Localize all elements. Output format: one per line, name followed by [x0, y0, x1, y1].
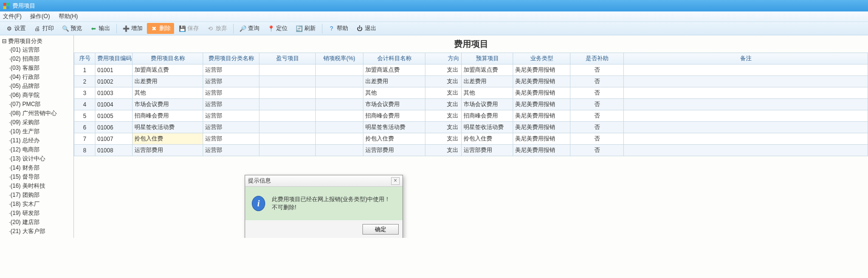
tree-item[interactable]: (15) 督导部 [9, 172, 72, 182]
cell-name[interactable]: 明星签收活动费 [133, 122, 203, 133]
cell-acct[interactable]: 明星签售活动费 [363, 122, 425, 133]
cell-aux[interactable]: 否 [570, 87, 624, 99]
cell-seq[interactable]: 8 [74, 145, 95, 156]
cell-seq[interactable]: 2 [74, 76, 95, 87]
cell-acct[interactable]: 市场会议费用 [363, 99, 425, 110]
cell-acct[interactable]: 运营部费用 [363, 145, 425, 156]
col-cat[interactable]: 费用项目分类名称 [203, 53, 259, 64]
cell-budget[interactable]: 招商峰会费用 [462, 110, 513, 122]
cell-note[interactable] [624, 87, 868, 99]
locate-button[interactable]: 📍定位 [264, 23, 291, 34]
col-acct[interactable]: 会计科目名称 [363, 53, 425, 64]
cell-pl[interactable] [259, 145, 316, 156]
cell-aux[interactable]: 否 [570, 99, 624, 110]
cell-cat[interactable]: 运营部 [203, 99, 259, 110]
cell-aux[interactable]: 否 [570, 133, 624, 145]
cell-code[interactable]: 01002 [95, 76, 133, 87]
cell-acct[interactable]: 出差费用 [363, 76, 425, 87]
cell-tax[interactable] [316, 99, 363, 110]
cell-name[interactable]: 加盟商返点费 [133, 64, 203, 76]
cell-note[interactable] [624, 64, 868, 76]
cell-pl[interactable] [259, 133, 316, 145]
cell-acct[interactable]: 拎包入住费 [363, 133, 425, 145]
cell-pl[interactable] [259, 64, 316, 76]
menu-help[interactable]: 帮助(H) [59, 12, 78, 21]
cell-dir[interactable]: 支出 [425, 110, 462, 122]
cell-cat[interactable]: 运营部 [203, 122, 259, 133]
col-biz[interactable]: 业务类型 [513, 53, 570, 64]
cell-dir[interactable]: 支出 [425, 99, 462, 110]
dialog-title-bar[interactable]: 提示信息 × [245, 175, 403, 187]
cell-code[interactable]: 01007 [95, 133, 133, 145]
menu-file[interactable]: 文件(F) [3, 12, 21, 21]
cell-name[interactable]: 其他 [133, 87, 203, 99]
save-button[interactable]: 💾保存 [175, 23, 202, 34]
cell-note[interactable] [624, 76, 868, 87]
cell-cat[interactable]: 运营部 [203, 76, 259, 87]
cell-acct[interactable]: 招商峰会费用 [363, 110, 425, 122]
cell-budget[interactable]: 拎包入住费 [462, 133, 513, 145]
cell-aux[interactable]: 否 [570, 76, 624, 87]
table-row[interactable]: 501005招商峰会费用运营部招商峰会费用支出招商峰会费用美尼美费用报销否 [74, 110, 868, 122]
delete-button[interactable]: ✖删除 [147, 23, 174, 34]
cell-cat[interactable]: 运营部 [203, 64, 259, 76]
cell-biz[interactable]: 美尼美费用报销 [513, 133, 570, 145]
cell-note[interactable] [624, 110, 868, 122]
cell-cat[interactable]: 运营部 [203, 133, 259, 145]
cell-biz[interactable]: 美尼美费用报销 [513, 145, 570, 156]
col-pl[interactable]: 盈亏项目 [259, 53, 316, 64]
cell-name[interactable]: 出差费用 [133, 76, 203, 87]
tree-item[interactable]: (16) 美时科技 [9, 182, 72, 191]
setting-button[interactable]: ⚙设置 [2, 23, 29, 34]
discard-button[interactable]: ⟲放弃 [203, 23, 230, 34]
tree-item[interactable]: (18) 实木厂 [9, 200, 72, 209]
cell-code[interactable]: 01004 [95, 99, 133, 110]
cell-note[interactable] [624, 133, 868, 145]
export-button[interactable]: ⬅输出 [86, 23, 114, 34]
tree-item[interactable]: (13) 设计中心 [9, 154, 72, 163]
cell-seq[interactable]: 7 [74, 133, 95, 145]
cell-name[interactable]: 拎包入住费 [133, 133, 203, 145]
cell-note[interactable] [624, 99, 868, 110]
cell-note[interactable] [624, 122, 868, 133]
col-budget[interactable]: 预算项目 [462, 53, 513, 64]
tree-item[interactable]: (03) 客服部 [9, 64, 72, 73]
cell-budget[interactable]: 加盟商返点费 [462, 64, 513, 76]
cell-name[interactable]: 运营部费用 [133, 145, 203, 156]
cell-acct[interactable]: 其他 [363, 87, 425, 99]
cell-tax[interactable] [316, 76, 363, 87]
cell-aux[interactable]: 否 [570, 110, 624, 122]
exit-button[interactable]: ⏻退出 [352, 23, 380, 34]
menu-operate[interactable]: 操作(O) [30, 12, 50, 21]
col-note[interactable]: 备注 [624, 53, 868, 64]
cell-biz[interactable]: 美尼美费用报销 [513, 76, 570, 87]
query-button[interactable]: 🔎查询 [236, 23, 263, 34]
col-aux[interactable]: 是否补助 [570, 53, 624, 64]
preview-button[interactable]: 🔍预览 [58, 23, 85, 34]
cell-budget[interactable]: 明星签收活动费 [462, 122, 513, 133]
cell-pl[interactable] [259, 122, 316, 133]
tree-item[interactable]: (04) 行政部 [9, 73, 72, 82]
cell-aux[interactable]: 否 [570, 122, 624, 133]
cell-aux[interactable]: 否 [570, 64, 624, 76]
cell-code[interactable]: 01001 [95, 64, 133, 76]
table-row[interactable]: 301003其他运营部其他支出其他美尼美费用报销否 [74, 87, 868, 99]
tree-item[interactable]: (06) 商学院 [9, 91, 72, 100]
cell-dir[interactable]: 支出 [425, 133, 462, 145]
help-button[interactable]: ?帮助 [324, 23, 351, 34]
cell-cat[interactable]: 运营部 [203, 87, 259, 99]
col-dir[interactable]: 方向 [425, 53, 462, 64]
col-name[interactable]: 费用项目名称 [133, 53, 203, 64]
cell-biz[interactable]: 美尼美费用报销 [513, 64, 570, 76]
cell-tax[interactable] [316, 133, 363, 145]
table-row[interactable]: 401004市场会议费用运营部市场会议费用支出市场会议费用美尼美费用报销否 [74, 99, 868, 110]
tree-item[interactable]: (10) 生产部 [9, 127, 72, 136]
tree-item[interactable]: (14) 财务部 [9, 163, 72, 172]
cell-biz[interactable]: 美尼美费用报销 [513, 87, 570, 99]
cell-pl[interactable] [259, 76, 316, 87]
cell-pl[interactable] [259, 99, 316, 110]
cell-tax[interactable] [316, 110, 363, 122]
cell-seq[interactable]: 6 [74, 122, 95, 133]
cell-seq[interactable]: 5 [74, 110, 95, 122]
tree-item[interactable]: (09) 采购部 [9, 118, 72, 127]
